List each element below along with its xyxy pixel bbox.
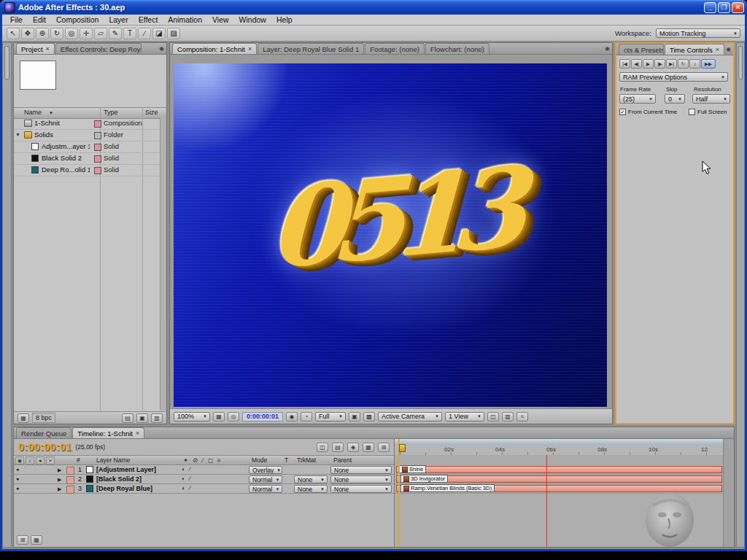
hand-tool-icon[interactable]: ✥	[21, 28, 34, 39]
clone-stamp-tool-icon[interactable]: ◪	[152, 28, 166, 39]
menu-edit[interactable]: Edit	[28, 15, 51, 24]
audio-button[interactable]: ♪	[689, 59, 700, 69]
menu-file[interactable]: File	[5, 15, 28, 24]
label-swatch[interactable]	[94, 155, 101, 163]
tab-footage[interactable]: Footage: (none)	[365, 43, 425, 54]
column-switches-icons[interactable]: ✦⊘∕◻≡	[183, 456, 225, 464]
menu-effect[interactable]: Effect	[133, 15, 163, 24]
new-composition-icon[interactable]: ▣	[136, 413, 148, 423]
column-t[interactable]: T	[285, 456, 288, 464]
maximize-button[interactable]: ❐	[718, 2, 730, 13]
current-time-display[interactable]: 0:00:00:01	[18, 441, 72, 453]
layer-row[interactable]: ● ▶ 2 [Black Solid 2] ◐∕ Normal ▼ None ▼…	[14, 475, 394, 484]
project-row[interactable]: Black Solid 2 Solid	[14, 153, 160, 165]
text-tool-icon[interactable]: T	[123, 28, 136, 39]
close-button[interactable]: ✕	[732, 2, 744, 13]
column-layer-name[interactable]: Layer Name	[96, 456, 130, 464]
solo-column-icon[interactable]: ●	[36, 456, 44, 464]
previous-frame-button[interactable]: ◀|	[631, 59, 642, 69]
label-swatch[interactable]	[66, 467, 74, 475]
snapshot-icon[interactable]: ◉	[286, 412, 298, 421]
current-time-indicator[interactable]	[398, 439, 400, 547]
current-time-indicator-handle[interactable]	[399, 444, 406, 452]
pan-behind-tool-icon[interactable]: ✛	[80, 28, 93, 39]
toggle-graph-editor-icon[interactable]: ▦	[31, 535, 42, 545]
project-row[interactable]: ▼ Solids Folder	[14, 130, 160, 141]
menu-view[interactable]: View	[207, 15, 234, 24]
play-button[interactable]: ▶	[643, 59, 654, 69]
layer-name[interactable]: [Deep Royal Blue]	[96, 485, 175, 492]
resolution-select[interactable]: Full ▼	[315, 412, 346, 421]
layer-name[interactable]: [Adjustment Layer]	[96, 466, 175, 473]
menu-window[interactable]: Window	[234, 15, 271, 24]
layer-bar-row[interactable]: Shine	[395, 465, 724, 475]
tab-composition[interactable]: Composition: 1-Schnit ×	[172, 43, 257, 54]
magnification-select[interactable]: 100% ▼	[174, 412, 210, 421]
left-dock-strip[interactable]	[2, 42, 12, 548]
column-mode[interactable]: Mode	[252, 456, 267, 464]
expand-columns-icon[interactable]: ⊞	[17, 535, 28, 545]
motion-blur-icon[interactable]: ⊞	[378, 443, 390, 452]
effect-chip[interactable]: Ramp.Venetian Blinds.(Basic 3D)	[400, 484, 495, 492]
panel-menu-icon[interactable]: ◉	[726, 46, 731, 52]
blend-mode-select[interactable]: Normal ▼	[249, 485, 282, 493]
interpret-footage-icon[interactable]: ▦	[18, 413, 29, 423]
layer-name[interactable]: [Black Solid 2]	[96, 475, 175, 483]
transparency-grid-icon[interactable]: ▩	[363, 412, 375, 421]
zoom-tool-icon[interactable]: ⊕	[36, 28, 49, 39]
label-swatch[interactable]	[66, 476, 74, 484]
frame-blending-icon[interactable]: ▦	[363, 443, 374, 452]
timeline-scrollbar[interactable]	[723, 439, 734, 547]
camera-select[interactable]: Active Camera ▼	[378, 412, 442, 421]
layer-row[interactable]: ● ▶ 3 [Deep Royal Blue] ◐∕ Normal ▼ None…	[14, 484, 394, 494]
full-screen-checkbox[interactable]: Full Screen	[689, 109, 727, 115]
first-frame-button[interactable]: |◀	[619, 59, 630, 69]
tab-render-queue[interactable]: Render Queue	[16, 427, 71, 438]
panel-menu-icon[interactable]: ◉	[159, 45, 164, 52]
layer-row[interactable]: ● ▶ 1 [Adjustment Layer] ◐∕ Overlay ▼ No…	[14, 465, 394, 475]
project-row[interactable]: 1-Schnit Composition	[14, 118, 160, 130]
effect-chip[interactable]: 3D Invigorator	[400, 475, 448, 483]
column-trkmat[interactable]: TrkMat	[297, 456, 316, 464]
last-frame-button[interactable]: ▶|	[666, 59, 677, 69]
label-swatch[interactable]	[94, 132, 101, 139]
tab-timeline[interactable]: Timeline: 1-Schnit ×	[72, 427, 144, 438]
layer-switches[interactable]: ◐∕	[182, 485, 195, 491]
blend-mode-select[interactable]: Overlay ▼	[249, 466, 282, 474]
close-tab-icon[interactable]: ×	[716, 46, 719, 53]
project-row[interactable]: Adjustm...ayer 1 Solid	[14, 141, 160, 153]
sort-icon[interactable]: ▼	[49, 111, 53, 115]
column-name[interactable]: Name	[24, 109, 42, 116]
rotate-tool-icon[interactable]: ↻	[50, 28, 63, 39]
from-current-time-checkbox[interactable]: ✓ From Current Time	[619, 109, 677, 115]
eye-icon[interactable]: ●	[16, 486, 19, 491]
expander-icon[interactable]: ▶	[58, 467, 61, 473]
eye-icon[interactable]: ●	[16, 467, 19, 472]
comp-mini-flowchart-icon[interactable]: ◫	[317, 443, 328, 452]
close-tab-icon[interactable]: ×	[136, 429, 139, 437]
layer-bar-row[interactable]: 3D Invigorator	[395, 475, 724, 484]
menu-composition[interactable]: Composition	[51, 15, 104, 24]
next-frame-button[interactable]: |▶	[654, 59, 665, 69]
trash-icon[interactable]: ▥	[151, 413, 163, 423]
orbit-camera-tool-icon[interactable]: ◎	[65, 28, 78, 39]
eraser-tool-icon[interactable]: ▨	[167, 28, 180, 39]
show-channel-icon[interactable]: ◔	[301, 412, 312, 421]
ram-preview-button[interactable]: ▶▶	[701, 59, 716, 69]
menu-help[interactable]: Help	[271, 15, 298, 24]
window-titlebar[interactable]: Adobe After Effects : 30.aep _ ❐ ✕	[0, 0, 747, 15]
pen-tool-icon[interactable]: ✎	[109, 28, 122, 39]
label-swatch[interactable]	[66, 486, 74, 494]
menu-animation[interactable]: Animation	[163, 15, 207, 24]
lock-column-icon[interactable]: ▪	[46, 456, 55, 464]
time-ruler[interactable]: 02s 04s 06s 08s 10s 12	[395, 444, 724, 456]
right-dock-strip[interactable]	[736, 42, 745, 548]
panel-menu-icon[interactable]: ◉	[605, 45, 610, 52]
mask-tool-icon[interactable]: ▱	[94, 28, 107, 39]
video-column-icon[interactable]: ◉	[15, 456, 24, 464]
ram-preview-options-select[interactable]: RAM Preview Options ▼	[619, 72, 728, 82]
workspace-select[interactable]: Motion Tracking ▼	[656, 28, 740, 38]
project-scrollbar[interactable]	[160, 118, 166, 411]
skip-select[interactable]: 0 ▼	[665, 94, 685, 104]
column-number[interactable]: #	[77, 456, 80, 464]
